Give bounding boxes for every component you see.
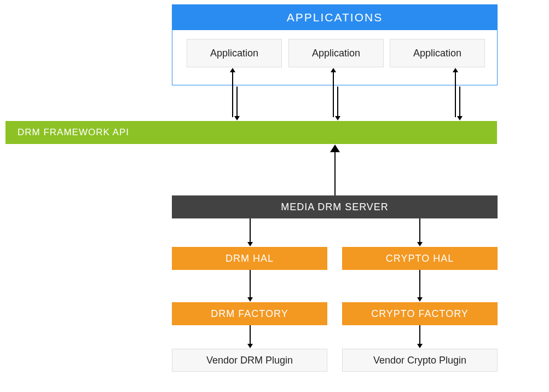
arrow-head-down-icon (457, 116, 463, 120)
crypto-hal: CRYPTO HAL (342, 247, 498, 270)
arrow-head-down-icon (234, 116, 240, 120)
vendor-crypto-plugin-label: Vendor Crypto Plugin (373, 355, 466, 366)
arrow-head-down-icon (417, 242, 423, 246)
application-box-2: Application (288, 39, 384, 67)
vendor-drm-plugin-label: Vendor DRM Plugin (206, 355, 293, 366)
application-box-3: Application (390, 39, 485, 67)
media-drm-server: MEDIA DRM SERVER (172, 195, 498, 218)
arrow-head-down-icon (417, 344, 423, 348)
arrow-head-down-icon (247, 344, 253, 348)
application-label-1: Application (210, 48, 258, 59)
arrow-line (236, 87, 238, 117)
vendor-crypto-plugin: Vendor Crypto Plugin (342, 349, 498, 372)
arrow-head-up-icon (331, 68, 336, 72)
arrow-line (459, 87, 460, 117)
arrow-line (250, 325, 251, 345)
crypto-hal-label: CRYPTO HAL (386, 253, 454, 264)
arrow-line (419, 218, 420, 243)
arrow-line (419, 270, 420, 298)
arrow-head-up-icon (453, 68, 458, 72)
arrow-line (333, 71, 334, 117)
drm-hal-label: DRM HAL (226, 253, 274, 264)
arrow-line (455, 71, 456, 117)
arrow-head-down-icon (247, 297, 253, 302)
applications-header-text: APPLICATIONS (287, 11, 383, 24)
drm-factory-label: DRM FACTORY (211, 308, 288, 320)
crypto-factory-label: CRYPTO FACTORY (371, 308, 469, 320)
arrow-head-down-icon (335, 116, 340, 120)
application-box-1: Application (187, 39, 282, 67)
drm-framework-api-label: DRM FRAMEWORK API (18, 127, 129, 138)
application-label-3: Application (413, 48, 461, 59)
drm-hal: DRM HAL (172, 247, 327, 270)
arrow-head-up-icon (330, 145, 340, 152)
vendor-drm-plugin: Vendor DRM Plugin (172, 349, 327, 372)
arrow-head-down-icon (417, 297, 423, 302)
application-label-2: Application (312, 48, 360, 59)
arrow-head-down-icon (247, 242, 253, 246)
applications-header: APPLICATIONS (172, 5, 497, 30)
arrow-line (232, 71, 233, 117)
applications-container: APPLICATIONS Application Application App… (172, 4, 498, 85)
arrow-head-up-icon (230, 68, 235, 72)
arrow-line (334, 152, 336, 195)
arrow-line (337, 87, 338, 117)
drm-factory: DRM FACTORY (172, 302, 327, 325)
drm-framework-api: DRM FRAMEWORK API (5, 121, 497, 144)
crypto-factory: CRYPTO FACTORY (342, 302, 498, 325)
media-drm-server-label: MEDIA DRM SERVER (281, 201, 389, 213)
arrow-line (250, 218, 251, 243)
arrow-line (250, 270, 251, 298)
arrow-line (419, 325, 420, 345)
